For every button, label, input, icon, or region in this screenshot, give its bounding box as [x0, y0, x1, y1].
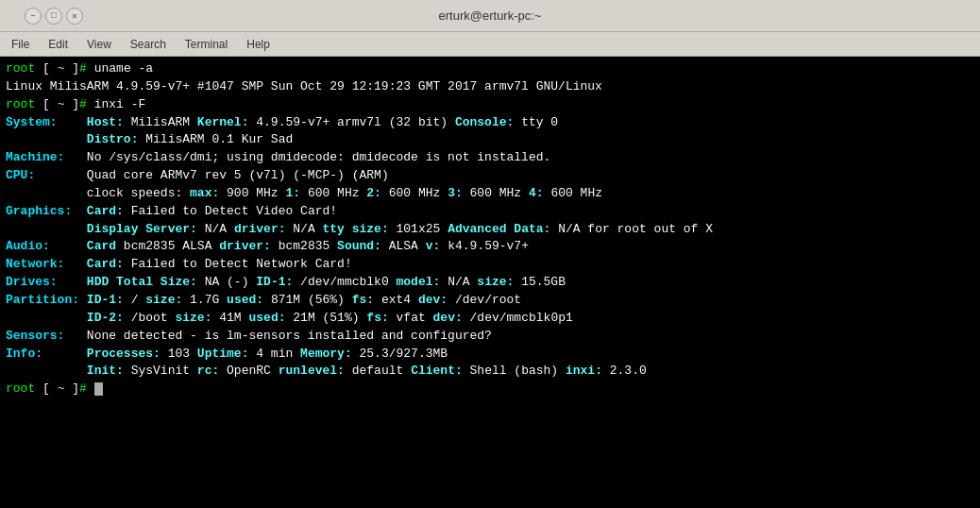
- line-prompt-final: root [ ~ ]#: [6, 381, 974, 398]
- line-graphics2: Display Server: N/A driver: N/A tty size…: [6, 221, 974, 239]
- menu-terminal[interactable]: Terminal: [177, 36, 235, 53]
- line-audio: Audio: Card bcm2835 ALSA driver: bcm2835…: [6, 238, 974, 256]
- close-button[interactable]: ✕: [66, 8, 83, 25]
- line-system: System: Host: MilisARM Kernel: 4.9.59-v7…: [6, 114, 974, 132]
- line-2: Linux MilisARM 4.9.59-v7+ #1047 SMP Sun …: [6, 78, 974, 96]
- titlebar: – □ ✕ erturk@erturk-pc:~: [0, 0, 980, 32]
- line-graphics: Graphics: Card: Failed to Detect Video C…: [6, 203, 974, 221]
- titlebar-left-space: – □ ✕: [8, 8, 83, 25]
- menu-file[interactable]: File: [4, 36, 37, 53]
- line-1: root [ ~ ]# uname -a: [6, 60, 974, 78]
- line-drives: Drives: HDD Total Size: NA (-) ID-1: /de…: [6, 274, 974, 292]
- line-info2: Init: SysVinit rc: OpenRC runlevel: defa…: [6, 363, 974, 381]
- line-partition: Partition: ID-1: / size: 1.7G used: 871M…: [6, 292, 974, 310]
- line-cpu: CPU: Quad core ARMv7 rev 5 (v7l) (-MCP-)…: [6, 167, 974, 185]
- window-title: erturk@erturk-pc:~: [83, 8, 897, 23]
- menubar: File Edit View Search Terminal Help: [0, 32, 980, 57]
- line-3: root [ ~ ]# inxi -F: [6, 96, 974, 114]
- line-sensors: Sensors: None detected - is lm-sensors i…: [6, 328, 974, 346]
- line-distro: Distro: MilisARM 0.1 Kur Sad: [6, 131, 974, 149]
- line-info: Info: Processes: 103 Uptime: 4 min Memor…: [6, 346, 974, 364]
- maximize-button[interactable]: □: [45, 8, 62, 25]
- menu-edit[interactable]: Edit: [41, 36, 76, 53]
- line-network: Network: Card: Failed to Detect Network …: [6, 256, 974, 274]
- menu-search[interactable]: Search: [123, 36, 174, 53]
- line-machine: Machine: No /sys/class/dmi; using dmidec…: [6, 149, 974, 167]
- line-partition2: ID-2: /boot size: 41M used: 21M (51%) fs…: [6, 310, 974, 328]
- line-cpu2: clock speeds: max: 900 MHz 1: 600 MHz 2:…: [6, 185, 974, 203]
- menu-view[interactable]: View: [79, 36, 119, 53]
- terminal-area[interactable]: root [ ~ ]# uname -a Linux MilisARM 4.9.…: [0, 57, 980, 508]
- menu-help[interactable]: Help: [239, 36, 278, 53]
- minimize-button[interactable]: –: [25, 8, 42, 25]
